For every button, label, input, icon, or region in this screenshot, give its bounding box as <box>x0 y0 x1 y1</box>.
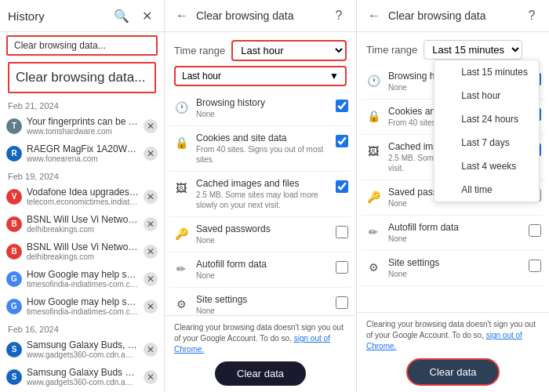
clear-item-passwords: 🔑 Saved passwords None <box>169 217 351 252</box>
right-clear-panel: ← Clear browsing data ? Time range Last … <box>357 0 549 392</box>
favicon: B <box>6 244 22 260</box>
middle-back-button[interactable]: ← <box>173 6 191 25</box>
right-site-settings-icon: ⚙ <box>365 259 382 276</box>
date-header-feb16: Feb 16, 2024 <box>0 320 164 336</box>
search-icon[interactable]: 🔍 <box>112 6 131 25</box>
right-cache-icon: 🖼 <box>365 143 382 160</box>
autofill-text: Autofill form data None <box>196 259 329 281</box>
history-panel: History 🔍 ✕ Clear browsing data... Clear… <box>0 0 165 392</box>
right-site-settings-text: Site settings None <box>388 257 522 279</box>
right-time-range-select[interactable]: Last 15 minutes <box>424 40 522 60</box>
remove-button[interactable]: ✕ <box>144 370 158 384</box>
middle-panel-header: ← Clear browsing data ? <box>165 0 356 32</box>
site-settings-icon: ⚙ <box>173 296 190 313</box>
dropdown-menu: Last 15 minutes Last hour Last 24 hours … <box>434 60 540 202</box>
right-site-settings-checkbox[interactable] <box>529 260 541 272</box>
favicon: S <box>6 342 22 358</box>
date-header-feb21: Feb 21, 2024 <box>0 96 164 112</box>
site-settings-checkbox[interactable] <box>336 296 348 309</box>
cookies-checkbox[interactable] <box>336 135 348 147</box>
chevron-down-icon: ▼ <box>329 71 339 82</box>
cache-text: Cached images and files 2.5 MB. Some sit… <box>196 178 329 210</box>
dropdown-item-24hr[interactable]: Last 24 hours <box>434 107 539 131</box>
dropdown-item-15min[interactable]: Last 15 minutes <box>434 60 539 84</box>
autofill-checkbox[interactable] <box>336 261 348 274</box>
favicon: S <box>6 369 22 385</box>
right-help-button[interactable]: ? <box>522 6 541 25</box>
history-item-text: BSNL Will Use Vi Network For 4G a... del… <box>27 241 139 261</box>
site-settings-text: Site settings None <box>196 294 329 315</box>
favicon: G <box>6 271 22 287</box>
right-footer-text: Clearing your browsing data doesn't sign… <box>366 319 540 352</box>
history-item-text: BSNL Will Use Vi Network For 4G a... del… <box>27 214 139 234</box>
list-item[interactable]: T Your fingerprints can be recreated f..… <box>0 112 164 140</box>
remove-button[interactable]: ✕ <box>144 190 158 204</box>
cookies-icon: 🔒 <box>173 134 190 151</box>
middle-dropdown-hint-label: Last hour <box>182 71 221 82</box>
clear-item-autofill: ✏ Autofill form data None <box>169 252 351 288</box>
remove-button[interactable]: ✕ <box>144 245 158 259</box>
history-item-text: How Google may help solve Vodafo... time… <box>27 296 139 316</box>
remove-button[interactable]: ✕ <box>144 299 158 314</box>
dropdown-item-alltime[interactable]: All time <box>434 178 539 201</box>
middle-footer-text: Clearing your browsing data doesn't sign… <box>174 322 347 355</box>
history-item-text: Samsung Galaxy Buds, Buds 2 Pro, ... www… <box>27 339 139 359</box>
passwords-checkbox[interactable] <box>336 226 348 238</box>
list-item[interactable]: G How Google may help solve Vodafo... ti… <box>0 265 164 292</box>
history-title: History <box>8 9 106 23</box>
history-highlighted-item[interactable]: Clear browsing data... <box>6 35 158 56</box>
middle-help-button[interactable]: ? <box>329 6 348 25</box>
clear-item-cookies: 🔒 Cookies and site data From 40 sites. S… <box>169 126 351 172</box>
remove-button[interactable]: ✕ <box>144 119 158 133</box>
middle-panel-title: Clear browsing data <box>196 9 325 22</box>
right-passwords-icon: 🔑 <box>365 188 382 205</box>
favicon: V <box>6 189 22 205</box>
right-clear-data-button[interactable]: Clear data <box>406 358 500 386</box>
right-clear-item-site-settings: ⚙ Site settings None <box>362 251 544 286</box>
list-item[interactable]: S Samsung Galaxy Buds 2 Pro... www.gadge… <box>0 363 164 390</box>
remove-button[interactable]: ✕ <box>144 343 158 357</box>
dropdown-item-7days[interactable]: Last 7 days <box>434 131 539 154</box>
history-header: History 🔍 ✕ <box>0 0 164 32</box>
cache-checkbox[interactable] <box>336 180 348 193</box>
right-time-range-row: Time range Last 15 minutes Last 15 minut… <box>357 32 549 64</box>
dropdown-item-4weeks[interactable]: Last 4 weeks <box>434 154 539 178</box>
right-panel-title: Clear browsing data <box>388 9 518 22</box>
passwords-text: Saved passwords None <box>196 223 329 245</box>
favicon: R <box>6 146 22 162</box>
right-back-button[interactable]: ← <box>365 6 384 25</box>
close-icon[interactable]: ✕ <box>137 6 156 25</box>
favicon: B <box>6 216 22 232</box>
browsing-history-text: Browsing history None <box>196 97 329 119</box>
right-time-range-dropdown[interactable]: Last 15 minutes Last 15 minutes Last hou… <box>424 40 540 60</box>
clear-item-cache: 🖼 Cached images and files 2.5 MB. Some s… <box>169 172 351 217</box>
browsing-history-checkbox[interactable] <box>336 100 348 112</box>
list-item[interactable]: R RAEGR MagFix 1A20W 10000mAh... www.fon… <box>0 140 164 167</box>
remove-button[interactable]: ✕ <box>144 272 158 286</box>
list-item[interactable]: B BSNL Will Use Vi Network For 4G a... d… <box>0 210 164 238</box>
history-item-text: How Google may help solve Vodafo... time… <box>27 269 139 289</box>
right-footer: Clearing your browsing data doesn't sign… <box>357 312 549 392</box>
middle-items-list: 🕐 Browsing history None 🔒 Cookies and si… <box>165 91 356 315</box>
remove-button[interactable]: ✕ <box>144 217 158 231</box>
list-item[interactable]: S Samsung Galaxy Buds, Buds 2 Pro, ... w… <box>0 336 164 363</box>
list-item[interactable]: V Vodafone Idea upgrades spectrum ... te… <box>0 183 164 210</box>
middle-clear-data-button[interactable]: Clear data <box>215 361 306 386</box>
date-header-feb19: Feb 19, 2024 <box>0 167 164 183</box>
middle-dropdown-hint: Last hour ▼ <box>174 66 347 86</box>
history-highlighted-big: Clear browsing data... <box>8 62 156 93</box>
cookies-text: Cookies and site data From 40 sites. Sig… <box>196 132 329 165</box>
history-highlighted-big-text: Clear browsing data... <box>16 70 145 85</box>
list-item[interactable]: G How Google may help solve Vodafo... ti… <box>0 292 164 320</box>
middle-time-range-select[interactable]: Last hour <box>231 40 347 61</box>
middle-clear-panel: ← Clear browsing data ? Time range Last … <box>165 0 357 392</box>
right-autofill-checkbox[interactable] <box>529 224 541 237</box>
remove-button[interactable]: ✕ <box>144 147 158 161</box>
list-item[interactable]: B BSNL Will Use Vi Network For 4G a... d… <box>0 238 164 265</box>
history-item-text: Your fingerprints can be recreated f... … <box>27 116 139 136</box>
favicon: G <box>6 299 22 314</box>
autofill-icon: ✏ <box>173 260 190 278</box>
middle-footer: Clearing your browsing data doesn't sign… <box>165 315 356 392</box>
dropdown-item-1hr[interactable]: Last hour <box>434 84 539 107</box>
clear-item-site-settings: ⚙ Site settings None <box>169 288 351 315</box>
